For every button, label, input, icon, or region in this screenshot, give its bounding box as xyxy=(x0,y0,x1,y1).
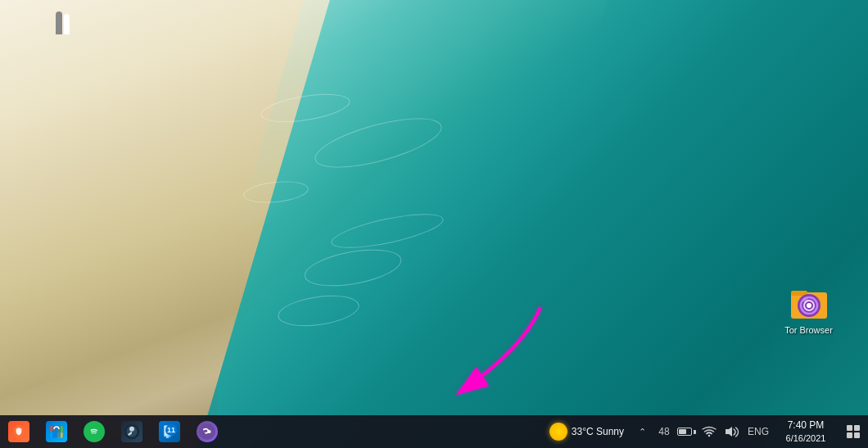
notification-svg xyxy=(846,424,861,439)
weather-sun-icon xyxy=(549,423,567,441)
svg-rect-26 xyxy=(854,425,860,431)
svg-point-16 xyxy=(129,427,134,432)
taskbar-app-store[interactable] xyxy=(38,415,75,448)
svg-point-23 xyxy=(207,430,210,433)
spotify-icon xyxy=(84,421,105,442)
taskbar-app-spotify[interactable] xyxy=(75,415,113,448)
brave-svg xyxy=(11,423,27,440)
notification-button[interactable] xyxy=(839,415,868,448)
store-icon xyxy=(46,421,67,442)
taskbar-app-brave[interactable] xyxy=(0,415,38,448)
store-svg xyxy=(49,424,64,439)
purple-app-icon xyxy=(197,421,218,442)
taskbar-app-steam[interactable] xyxy=(113,415,151,448)
system-tray: 33°C Sunny ⌃ 48 xyxy=(543,415,868,448)
taskbar-app-phonelink[interactable]: 11 xyxy=(151,415,188,448)
battery-icon xyxy=(677,428,696,436)
svg-rect-19 xyxy=(166,437,169,437)
brave-icon xyxy=(8,421,29,442)
person1 xyxy=(56,11,62,34)
weather-widget[interactable]: 33°C Sunny xyxy=(543,415,631,448)
tray-overflow-button[interactable]: ⌃ xyxy=(631,419,653,445)
svg-rect-28 xyxy=(854,432,860,438)
purple-app-svg xyxy=(199,423,215,440)
chevron-up-icon: ⌃ xyxy=(639,427,646,437)
svg-point-22 xyxy=(199,423,215,440)
steam-icon xyxy=(121,421,142,442)
battery-fill xyxy=(679,429,687,434)
person2 xyxy=(64,14,70,34)
battery-number: 48 xyxy=(658,426,669,437)
volume-icon-button[interactable] xyxy=(721,419,744,445)
weather-text: 33°C Sunny xyxy=(572,426,624,437)
beach-people xyxy=(47,2,88,34)
svg-point-5 xyxy=(807,303,811,308)
steam-svg xyxy=(124,423,140,440)
clock-date: 6/16/2021 xyxy=(786,432,826,444)
temperature: 33°C xyxy=(572,426,594,437)
phone-link-badge: 11 xyxy=(165,424,177,436)
wifi-svg xyxy=(702,426,717,437)
battery-percent-display[interactable]: 48 xyxy=(653,419,675,445)
spotify-svg xyxy=(87,424,102,439)
volume-svg xyxy=(725,425,739,438)
desktop: Tor Browser xyxy=(0,0,868,448)
svg-rect-27 xyxy=(847,432,852,438)
taskbar: 11 33°C xyxy=(0,415,868,448)
language-button[interactable]: ENG xyxy=(744,419,773,445)
battery-icon-button[interactable] xyxy=(675,419,698,445)
battery-body xyxy=(677,428,692,436)
phonelink-icon: 11 xyxy=(159,421,180,442)
condition: Sunny xyxy=(596,426,624,437)
svg-rect-25 xyxy=(847,425,852,431)
battery-tip xyxy=(694,430,696,434)
taskbar-app-purple[interactable] xyxy=(188,415,226,448)
tor-icon-svg xyxy=(789,283,829,322)
tor-browser-label: Tor Browser xyxy=(778,325,839,336)
clock-time: 7:40 PM xyxy=(788,419,825,432)
language-label: ENG xyxy=(744,426,772,437)
svg-marker-24 xyxy=(726,427,732,437)
clock-section[interactable]: 7:40 PM 6/16/2021 xyxy=(773,415,839,448)
taskbar-apps: 11 xyxy=(0,415,226,448)
wallpaper xyxy=(0,0,868,448)
tor-browser-icon[interactable]: Tor Browser xyxy=(778,283,839,336)
wifi-icon-button[interactable] xyxy=(698,419,721,445)
